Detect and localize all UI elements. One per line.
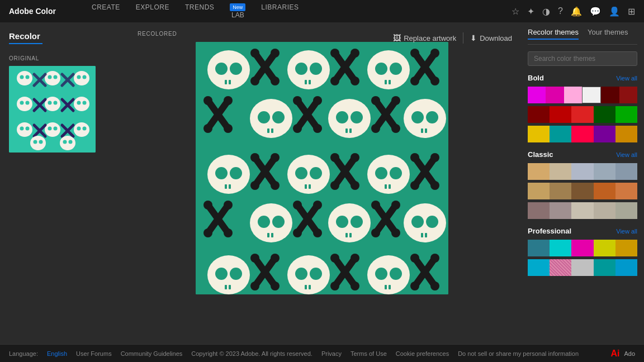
pro-swatch-2-2[interactable] bbox=[550, 259, 571, 276]
recolored-thumbnail bbox=[196, 42, 448, 294]
pro-swatch-1-3[interactable] bbox=[571, 240, 593, 256]
pro-swatch-1-2[interactable] bbox=[550, 240, 571, 256]
language-value[interactable]: English bbox=[47, 350, 67, 357]
bold-swatch-2-3[interactable] bbox=[571, 106, 593, 123]
bold-row-1 bbox=[528, 87, 637, 103]
pro-swatch-2-5[interactable] bbox=[615, 259, 637, 276]
toolbar-divider bbox=[463, 32, 463, 44]
bold-swatch-2-1[interactable] bbox=[528, 106, 550, 123]
classic-swatch-3-3[interactable] bbox=[571, 202, 593, 219]
classic-swatch-1-4[interactable] bbox=[594, 163, 615, 180]
recolored-skull-svg bbox=[196, 42, 448, 294]
grid-icon[interactable]: ⊞ bbox=[628, 6, 635, 17]
svg-point-24 bbox=[54, 101, 58, 105]
replace-artwork-button[interactable]: 🖼 Replace artwork bbox=[389, 31, 461, 45]
cookie-link[interactable]: Cookie preferences bbox=[396, 350, 449, 357]
bold-swatch-1-3[interactable] bbox=[564, 87, 582, 103]
sun-icon[interactable]: ✦ bbox=[527, 6, 534, 17]
bold-theme-header: Bold View all bbox=[528, 74, 637, 82]
nav-create[interactable]: CREATE bbox=[92, 3, 120, 20]
pro-swatch-2-1[interactable] bbox=[528, 259, 550, 276]
classic-swatch-1-2[interactable] bbox=[550, 163, 571, 180]
pro-swatch-1-4[interactable] bbox=[594, 240, 615, 256]
bold-swatch-2-2[interactable] bbox=[550, 106, 571, 123]
replace-icon: 🖼 bbox=[393, 34, 401, 42]
nav-explore[interactable]: EXPLORE bbox=[136, 3, 169, 20]
nav-trends[interactable]: TRENDS bbox=[185, 3, 214, 20]
svg-point-23 bbox=[48, 101, 52, 105]
bold-swatch-3-2[interactable] bbox=[550, 126, 571, 142]
right-panel: Recolor themes Your themes Bold View all bbox=[521, 22, 644, 344]
classic-row-1 bbox=[528, 163, 637, 180]
classic-swatch-1-1[interactable] bbox=[528, 163, 550, 180]
pro-swatch-1-1[interactable] bbox=[528, 240, 550, 256]
classic-swatch-3-1[interactable] bbox=[528, 202, 550, 219]
classic-swatch-3-5[interactable] bbox=[615, 202, 637, 219]
svg-point-44 bbox=[83, 127, 87, 131]
svg-rect-37 bbox=[22, 133, 27, 136]
privacy-link[interactable]: Privacy bbox=[321, 350, 342, 357]
classic-swatch-2-3[interactable] bbox=[571, 183, 593, 199]
avatar[interactable]: 👤 bbox=[609, 6, 620, 17]
tab-your-themes[interactable]: Your themes bbox=[588, 28, 628, 40]
classic-swatch-2-1[interactable] bbox=[528, 183, 550, 199]
classic-row-3 bbox=[528, 202, 637, 219]
svg-rect-57 bbox=[65, 146, 70, 149]
bold-swatch-3-1[interactable] bbox=[528, 126, 550, 142]
classic-swatch-2-2[interactable] bbox=[550, 183, 571, 199]
search-color-themes-input[interactable] bbox=[528, 51, 637, 66]
recolored-label: RECOLORED bbox=[138, 31, 177, 37]
community-guidelines-link[interactable]: Community Guidelines bbox=[121, 350, 183, 357]
color-wheel-icon[interactable]: ◑ bbox=[542, 6, 550, 17]
pro-swatch-2-3[interactable] bbox=[571, 259, 593, 276]
do-not-sell-link[interactable]: Do not sell or share my personal informa… bbox=[458, 350, 579, 357]
theme-tabs: Recolor themes Your themes bbox=[528, 28, 637, 45]
bold-swatch-2-4[interactable] bbox=[594, 106, 615, 123]
star-icon[interactable]: ☆ bbox=[512, 6, 519, 17]
user-forums-link[interactable]: User Forums bbox=[76, 350, 112, 357]
svg-rect-5 bbox=[22, 82, 27, 84]
svg-point-28 bbox=[83, 101, 87, 105]
svg-point-35 bbox=[20, 127, 24, 131]
classic-theme-section: Classic View all bbox=[528, 150, 637, 219]
professional-view-all[interactable]: View all bbox=[616, 228, 637, 235]
bold-swatch-1-4[interactable] bbox=[582, 87, 601, 103]
tab-recolor-themes[interactable]: Recolor themes bbox=[528, 28, 579, 40]
bold-swatch-3-5[interactable] bbox=[615, 126, 637, 142]
svg-rect-21 bbox=[22, 107, 27, 110]
original-skull-svg bbox=[9, 66, 96, 153]
help-icon[interactable]: ? bbox=[558, 6, 563, 16]
original-label: ORIGINAL bbox=[9, 55, 114, 61]
classic-swatch-3-4[interactable] bbox=[594, 202, 615, 219]
classic-view-all[interactable]: View all bbox=[616, 151, 637, 158]
bold-swatch-1-2[interactable] bbox=[546, 87, 564, 103]
bold-swatch-1-5[interactable] bbox=[601, 87, 619, 103]
svg-point-7 bbox=[48, 75, 52, 79]
classic-swatch-1-3[interactable] bbox=[571, 163, 593, 180]
terms-link[interactable]: Terms of Use bbox=[351, 350, 387, 357]
bold-row-3 bbox=[528, 126, 637, 142]
bold-view-all[interactable]: View all bbox=[616, 75, 637, 82]
nav-lab-label[interactable]: LAB bbox=[231, 11, 244, 19]
nav-lab[interactable]: New LAB bbox=[230, 3, 245, 20]
bell-icon[interactable]: 🔔 bbox=[571, 6, 582, 17]
nav-right-icons: ☆ ✦ ◑ ? 🔔 💬 👤 ⊞ bbox=[512, 6, 635, 17]
classic-swatch-1-5[interactable] bbox=[615, 163, 637, 180]
bold-swatch-2-5[interactable] bbox=[615, 106, 637, 123]
bold-row-2 bbox=[528, 106, 637, 123]
classic-swatch-2-5[interactable] bbox=[615, 183, 637, 199]
pro-swatch-2-4[interactable] bbox=[594, 259, 615, 276]
svg-point-3 bbox=[20, 75, 24, 79]
bold-swatch-1-1[interactable] bbox=[528, 87, 546, 103]
pro-swatch-1-5[interactable] bbox=[615, 240, 637, 256]
bold-swatch-3-4[interactable] bbox=[594, 126, 615, 142]
bold-swatch-3-3[interactable] bbox=[571, 126, 593, 142]
top-nav: Adobe Color CREATE EXPLORE TRENDS New LA… bbox=[0, 0, 644, 22]
classic-swatch-3-2[interactable] bbox=[550, 202, 571, 219]
classic-swatch-2-4[interactable] bbox=[594, 183, 615, 199]
bold-swatch-1-6[interactable] bbox=[619, 87, 637, 103]
chat-icon[interactable]: 💬 bbox=[590, 6, 601, 17]
download-button[interactable]: ⬇ Download bbox=[466, 31, 517, 45]
nav-libraries[interactable]: LIBRARIES bbox=[261, 3, 299, 20]
recolor-underline bbox=[9, 43, 42, 44]
